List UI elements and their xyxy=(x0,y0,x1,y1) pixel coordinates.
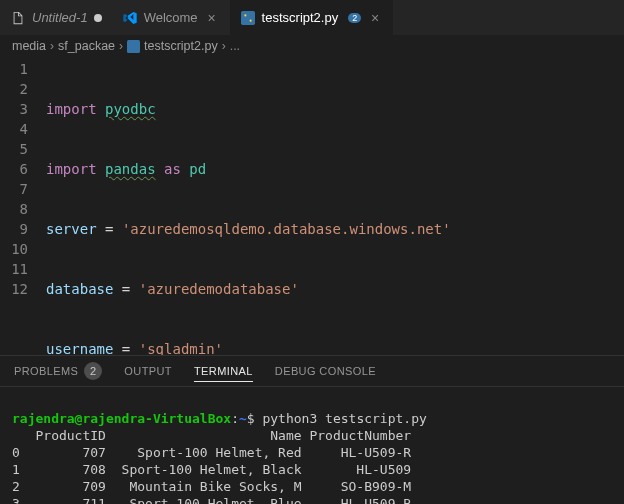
prompt-dollar: $ xyxy=(247,411,263,426)
variable: username xyxy=(46,341,113,355)
operator: = xyxy=(97,221,122,237)
svg-rect-0 xyxy=(241,11,255,25)
close-icon[interactable]: × xyxy=(367,10,383,26)
tab-problems[interactable]: PROBLEMS 2 xyxy=(14,362,102,380)
tab-bar: Untitled-1 Welcome × testscript2.py 2 × xyxy=(0,0,624,35)
svg-point-2 xyxy=(249,19,251,21)
tab-label: Welcome xyxy=(144,10,198,25)
tab-testscript2[interactable]: testscript2.py 2 × xyxy=(230,0,394,35)
tab-output[interactable]: OUTPUT xyxy=(124,365,172,377)
module: pandas xyxy=(105,161,156,177)
breadcrumb-seg[interactable]: media xyxy=(12,39,46,53)
chevron-right-icon: › xyxy=(119,39,123,53)
terminal-panel[interactable]: rajendra@rajendra-VirtualBox:~$ python3 … xyxy=(0,387,624,504)
prompt-user: rajendra@rajendra-VirtualBox xyxy=(12,411,231,426)
breadcrumb[interactable]: media › sf_packae › testscript2.py › ... xyxy=(0,35,624,57)
keyword: import xyxy=(46,161,97,177)
vscode-icon xyxy=(122,10,138,26)
python-file-icon xyxy=(240,10,256,26)
line-gutter: 1234 5678 9101112 xyxy=(0,59,46,355)
panel-tab-label: OUTPUT xyxy=(124,365,172,377)
terminal-command: python3 testscript.py xyxy=(262,411,426,426)
tab-debug-console[interactable]: DEBUG CONSOLE xyxy=(275,365,376,377)
module: pyodbc xyxy=(105,101,156,117)
file-icon xyxy=(10,10,26,26)
breadcrumb-seg[interactable]: sf_packae xyxy=(58,39,115,53)
keyword: as xyxy=(164,161,181,177)
svg-rect-3 xyxy=(127,40,140,53)
output-row: 2 709 Mountain Bike Socks, M SO-B909-M xyxy=(12,479,411,494)
prompt-colon: : xyxy=(231,411,239,426)
tab-label: Untitled-1 xyxy=(32,10,88,25)
breadcrumb-ellipsis[interactable]: ... xyxy=(230,39,240,53)
operator: = xyxy=(113,281,138,297)
string: 'azuredemodatabase' xyxy=(139,281,299,297)
variable: database xyxy=(46,281,113,297)
chevron-right-icon: › xyxy=(50,39,54,53)
output-row: 3 711 Sport-100 Helmet, Blue HL-U509-B xyxy=(12,496,411,504)
operator: = xyxy=(113,341,138,355)
panel-tab-label: TERMINAL xyxy=(194,365,253,377)
string: 'azuredemosqldemo.database.windows.net' xyxy=(122,221,451,237)
output-row: 0 707 Sport-100 Helmet, Red HL-U509-R xyxy=(12,445,411,460)
breadcrumb-seg[interactable]: testscript2.py xyxy=(144,39,218,53)
tab-welcome[interactable]: Welcome × xyxy=(112,0,230,35)
code-content[interactable]: import pyodbc import pandas as pd server… xyxy=(46,59,624,355)
variable: server xyxy=(46,221,97,237)
prompt-path: ~ xyxy=(239,411,247,426)
chevron-right-icon: › xyxy=(222,39,226,53)
code-editor[interactable]: 1234 5678 9101112 import pyodbc import p… xyxy=(0,57,624,355)
panel-tab-bar: PROBLEMS 2 OUTPUT TERMINAL DEBUG CONSOLE xyxy=(0,355,624,387)
tab-label: testscript2.py xyxy=(262,10,339,25)
panel-tab-label: DEBUG CONSOLE xyxy=(275,365,376,377)
svg-point-1 xyxy=(244,14,246,16)
output-row: 1 708 Sport-100 Helmet, Black HL-U509 xyxy=(12,462,411,477)
problems-badge: 2 xyxy=(84,362,102,380)
problem-count-badge: 2 xyxy=(348,13,361,23)
string: 'sqladmin' xyxy=(139,341,223,355)
output-header: ProductID Name ProductNumber xyxy=(12,428,411,443)
modified-dot-icon xyxy=(94,14,102,22)
keyword: import xyxy=(46,101,97,117)
close-icon[interactable]: × xyxy=(204,10,220,26)
alias: pd xyxy=(189,161,206,177)
tab-terminal[interactable]: TERMINAL xyxy=(194,365,253,382)
tab-untitled[interactable]: Untitled-1 xyxy=(0,0,112,35)
panel-tab-label: PROBLEMS xyxy=(14,365,78,377)
python-file-icon xyxy=(127,40,140,53)
